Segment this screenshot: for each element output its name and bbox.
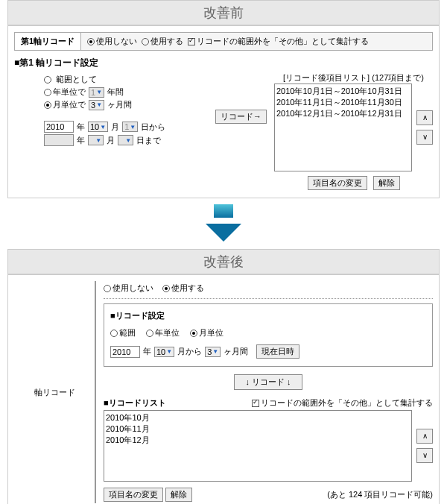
year-count-select[interactable]: 1▼ — [89, 87, 104, 98]
after-month-from-label: 月から — [177, 346, 202, 357]
end-year-input[interactable] — [44, 134, 74, 146]
radio-range-after[interactable]: 範囲 — [110, 327, 136, 338]
before-panel: 第1軸リコード 使用しない 使用する リコードの範囲外を「その他」として集計する… — [7, 25, 440, 198]
after-recode-button[interactable]: ↓ リコード ↓ — [234, 374, 302, 390]
after-listbox[interactable]: 2010年10月 2010年11月 2010年12月 — [104, 410, 412, 482]
rename-button[interactable]: 項目名の変更 — [308, 176, 367, 190]
end-month-select[interactable]: ▼ — [88, 135, 104, 145]
list-item[interactable]: 2010年10月1日～2010年10月31日 — [276, 86, 410, 97]
move-up-button[interactable]: ∧ — [416, 110, 433, 125]
radio-range[interactable]: 範囲として — [44, 74, 208, 85]
radio-use-none-after[interactable]: 使用しない — [104, 283, 153, 294]
tab-row: 第1軸リコード 使用しない 使用する リコードの範囲外を「その他」として集計する — [14, 32, 433, 51]
after-duration-select[interactable]: 3▼ — [205, 347, 221, 357]
radio-month-unit[interactable]: 月単位で — [44, 99, 86, 110]
move-down-button[interactable]: ∨ — [416, 130, 433, 145]
after-rename-button[interactable]: 項目名の変更 — [104, 488, 163, 502]
after-move-up-button[interactable]: ∧ — [416, 429, 433, 444]
result-listbox[interactable]: 2010年10月1日～2010年10月31日 2010年11月1日～2010年1… — [274, 84, 412, 171]
fs-title: ■リコード設定 — [110, 310, 426, 321]
recode-settings-fieldset: ■リコード設定 範囲 年単位 月単位 年 10▼ 月から 3▼ ヶ月間 — [104, 303, 433, 367]
transition-arrow — [7, 204, 440, 242]
after-duration-label: ヶ月間 — [224, 346, 248, 357]
list-item[interactable]: 2010年10月 — [106, 412, 410, 423]
month-unit-label: ヶ月間 — [107, 99, 132, 110]
month-label: 月 — [111, 122, 119, 133]
after-clear-button[interactable]: 解除 — [165, 488, 192, 502]
remaining-label: (あと 124 項目リコード可能) — [327, 489, 433, 500]
start-year-input[interactable] — [44, 121, 74, 133]
after-panel: 軸リコード 使用しない 使用する ■リコード設定 範囲 年単位 月単位 — [7, 274, 440, 504]
clear-button[interactable]: 解除 — [373, 176, 400, 190]
check-aggregate[interactable]: リコードの範囲外を「その他」として集計する — [188, 36, 369, 47]
list-item[interactable]: 2010年12月 — [106, 435, 410, 446]
list-title: ■リコードリスト — [104, 397, 166, 409]
radio-month-after[interactable]: 月単位 — [190, 327, 224, 338]
month-label2: 月 — [107, 135, 115, 146]
after-month-select[interactable]: 10▼ — [154, 347, 174, 357]
after-aggregate-check[interactable]: リコードの範囲外を「その他」として集計する — [252, 397, 433, 409]
side-label: 軸リコード — [14, 281, 96, 503]
after-move-down-button[interactable]: ∨ — [416, 448, 433, 463]
year-unit-label: 年間 — [107, 86, 124, 98]
start-day-select[interactable]: 1▼ — [122, 122, 138, 132]
month-count-select[interactable]: 3▼ — [89, 100, 104, 110]
after-year-input[interactable] — [110, 346, 140, 358]
end-day-select[interactable]: ▼ — [118, 135, 133, 145]
year-label: 年 — [77, 122, 85, 133]
list-item[interactable]: 2010年12月1日～2010年12月31日 — [276, 108, 410, 119]
start-month-select[interactable]: 10▼ — [88, 122, 108, 132]
radio-year-unit[interactable]: 年単位で — [44, 86, 86, 98]
year-label2: 年 — [77, 135, 85, 146]
radio-year-after[interactable]: 年単位 — [146, 327, 180, 338]
section-title: ■第1 軸リコード設定 — [14, 57, 433, 69]
after-year-label: 年 — [143, 346, 151, 357]
day-to-label: 日まで — [136, 135, 161, 146]
after-header: 改善後 — [7, 249, 440, 274]
list-header: [リコード後項目リスト] (127項目まで) — [274, 72, 433, 84]
now-button[interactable]: 現在日時 — [256, 344, 299, 359]
list-item[interactable]: 2010年11月1日～2010年11月30日 — [276, 97, 410, 108]
tab-axis1[interactable]: 第1軸リコード — [15, 33, 81, 50]
radio-use-none[interactable]: 使用しない — [87, 36, 137, 47]
radio-use[interactable]: 使用する — [142, 36, 183, 47]
radio-use-after[interactable]: 使用する — [162, 283, 204, 294]
day-from-label: 日から — [141, 122, 165, 133]
before-header: 改善前 — [7, 0, 440, 25]
recode-button[interactable]: リコード→ — [215, 110, 267, 124]
list-item[interactable]: 2010年11月 — [106, 423, 410, 435]
